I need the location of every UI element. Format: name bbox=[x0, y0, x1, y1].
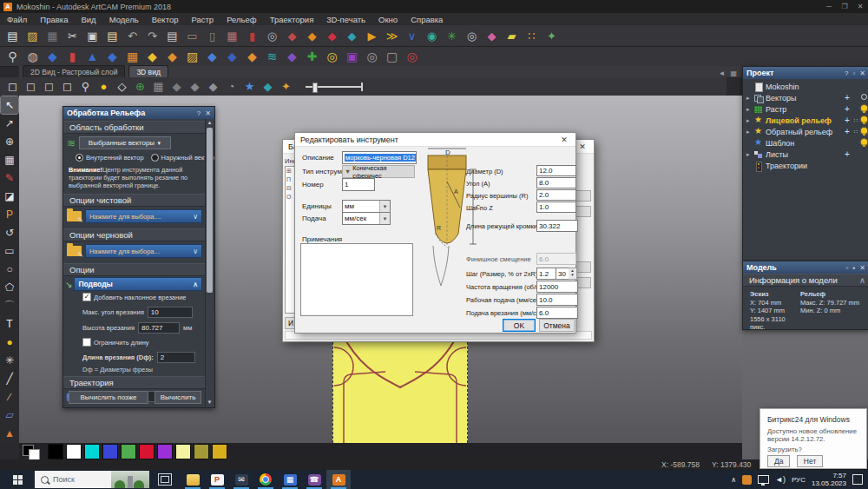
toolbar-icon[interactable]: ▲ bbox=[83, 49, 102, 65]
pin-icon[interactable]: ▫ bbox=[852, 69, 855, 77]
color-swatch[interactable] bbox=[121, 444, 136, 459]
points-icon[interactable]: ∷ bbox=[852, 117, 859, 124]
toolbar-icon[interactable]: ◎ bbox=[363, 49, 381, 65]
tool-icon[interactable]: ∕ bbox=[1, 388, 18, 406]
toolbar-icon[interactable]: ▤ bbox=[3, 28, 22, 44]
outer-vector-radio[interactable] bbox=[151, 154, 159, 162]
leads-header[interactable]: Подводы ∧ bbox=[74, 277, 202, 291]
toolbar-icon[interactable]: ↶ bbox=[123, 28, 141, 44]
menu-item[interactable]: Файл bbox=[7, 15, 27, 24]
tool-icon[interactable]: ▭ bbox=[1, 242, 18, 260]
add-icon[interactable]: + bbox=[844, 149, 851, 159]
project-tree-row[interactable]: ▸ Листы + ∷ bbox=[743, 149, 868, 160]
color-swatch[interactable] bbox=[139, 444, 155, 459]
search-input[interactable]: Поиск bbox=[35, 471, 149, 488]
project-tree-row[interactable]: ▸ Растр + ∷ bbox=[743, 103, 868, 115]
pin-icon[interactable]: ▪ bbox=[852, 264, 855, 272]
tray-chevron-icon[interactable]: ∧ bbox=[731, 476, 736, 484]
tool-param-input[interactable]: 12.0 bbox=[536, 165, 576, 176]
toolbar-icon[interactable]: ● bbox=[95, 78, 113, 95]
toolbar-icon[interactable]: ◻ bbox=[40, 78, 58, 95]
start-button[interactable] bbox=[0, 470, 35, 489]
tool-icon[interactable]: T bbox=[1, 315, 18, 333]
toolbar-icon[interactable]: ◆ bbox=[323, 28, 341, 44]
plunge-height-input[interactable]: 80.727 bbox=[138, 322, 180, 334]
tool-icon[interactable]: ↺ bbox=[1, 224, 18, 241]
vector-select-dropdown[interactable]: Выбранные векторы ▼ bbox=[79, 136, 171, 149]
bitrix-tray-icon[interactable] bbox=[742, 475, 752, 485]
toolbar-icon[interactable]: ⚲ bbox=[3, 49, 22, 65]
stepover-spinner[interactable]: ▲▼ bbox=[569, 268, 577, 280]
project-tree-row[interactable]: ▸ Шаблон + ∷ bbox=[743, 137, 868, 149]
menu-item[interactable]: Рельеф bbox=[227, 15, 256, 24]
tool-icon[interactable]: Ρ bbox=[1, 206, 18, 223]
menu-item[interactable]: Окно bbox=[378, 15, 398, 24]
close-icon[interactable]: ✕ bbox=[558, 135, 570, 144]
expander-icon[interactable]: ▸ bbox=[746, 151, 753, 158]
toolbar-icon[interactable]: ◆ bbox=[203, 49, 221, 65]
toolbar-icon[interactable]: ◆ bbox=[204, 78, 222, 95]
color-swatch[interactable] bbox=[84, 444, 100, 459]
toolbar-icon[interactable]: ▣ bbox=[83, 28, 102, 44]
toolbar-icon[interactable]: ▢ bbox=[383, 49, 401, 65]
visibility-bulb-icon[interactable] bbox=[861, 116, 867, 124]
toolbar-icon[interactable]: ▦ bbox=[223, 28, 241, 44]
notes-textarea[interactable] bbox=[300, 243, 413, 316]
volume-icon[interactable]: ◄) bbox=[775, 475, 786, 484]
toolbar-icon[interactable]: ★ bbox=[240, 78, 259, 95]
toolbar-icon[interactable]: ◎ bbox=[463, 28, 481, 44]
toolbar-icon[interactable]: ▣ bbox=[343, 49, 361, 65]
scroll-up-icon[interactable]: ▲ bbox=[206, 119, 214, 127]
toolbar-icon[interactable]: ◆ bbox=[223, 49, 241, 65]
tool-icon[interactable]: ▲ bbox=[1, 425, 18, 442]
toolbar-icon[interactable]: ◎ bbox=[323, 49, 341, 65]
close-icon[interactable]: ✕ bbox=[859, 69, 865, 77]
menu-item[interactable]: Модель bbox=[109, 15, 139, 24]
no-button[interactable]: Нет bbox=[797, 455, 823, 467]
feedrate-input[interactable]: 10.0 bbox=[536, 294, 578, 306]
menu-item[interactable]: Вектор bbox=[152, 15, 179, 24]
close-icon[interactable]: ✕ bbox=[576, 142, 589, 151]
toolbar-icon[interactable]: ↷ bbox=[143, 28, 161, 44]
color-swatch[interactable] bbox=[212, 444, 227, 459]
ramp-checkbox[interactable]: ✓ bbox=[82, 293, 91, 301]
menu-item[interactable]: Траектория bbox=[270, 15, 314, 24]
close-icon[interactable]: ✕ bbox=[852, 3, 868, 10]
expander-icon[interactable]: ▸ bbox=[746, 106, 753, 113]
toolbar-icon[interactable]: ◻ bbox=[22, 78, 40, 95]
panel-scrollbar[interactable]: ▲ ▼ bbox=[205, 119, 214, 406]
toolbar-icon[interactable]: ▨ bbox=[23, 28, 42, 44]
expander-icon[interactable]: ▸ bbox=[746, 129, 753, 135]
project-tree-row[interactable]: ▸ Обратный рельеф + ∷ bbox=[743, 126, 868, 137]
toolbar-icon[interactable]: ◆ bbox=[259, 78, 277, 95]
toolbar-icon[interactable]: ▮ bbox=[243, 28, 261, 44]
toolbar-icon[interactable]: ◆ bbox=[283, 28, 301, 44]
tab-2d-view[interactable]: 2D Вид - Растровый слой bbox=[23, 65, 125, 77]
limit-length-checkbox[interactable] bbox=[82, 338, 91, 347]
color-swatch[interactable] bbox=[175, 444, 191, 459]
panel-collapse-icon[interactable]: ◄ bbox=[719, 69, 726, 77]
project-tree-row[interactable]: ▸ Лицевой рельеф + ∷ bbox=[743, 115, 868, 126]
tool-icon[interactable]: ✳ bbox=[1, 352, 18, 369]
taskbar-app[interactable] bbox=[253, 470, 278, 489]
ok-button[interactable]: OK bbox=[503, 319, 536, 332]
tolerance-slider[interactable] bbox=[306, 86, 361, 88]
toolbar-icon[interactable]: ◆ bbox=[243, 49, 261, 65]
visibility-bulb-icon[interactable] bbox=[861, 139, 867, 147]
doc-icon[interactable]: ▫ bbox=[846, 264, 849, 272]
panel-dock-icon[interactable]: ▦ bbox=[730, 69, 737, 77]
tool-icon[interactable]: ◪ bbox=[1, 188, 18, 205]
scroll-down-icon[interactable]: ▼ bbox=[206, 399, 214, 406]
toolbar-icon[interactable]: ◆ bbox=[483, 28, 501, 44]
toolbar-icon[interactable]: ✦ bbox=[542, 28, 561, 44]
tool-icon[interactable]: ▦ bbox=[1, 151, 18, 169]
toolbar-icon[interactable]: ▯ bbox=[203, 28, 221, 44]
toolbar-icon[interactable]: ◆ bbox=[43, 49, 62, 65]
toolbar-icon[interactable]: ◆ bbox=[163, 49, 181, 65]
toolbar-icon[interactable]: ▤ bbox=[163, 28, 181, 44]
language-indicator[interactable]: РУС bbox=[792, 476, 806, 484]
units-dropdown[interactable]: мм▼ bbox=[342, 200, 391, 213]
taskbar-app[interactable]: ☎ bbox=[302, 470, 326, 489]
toolbar-icon[interactable]: ∨ bbox=[403, 28, 421, 44]
toolbar-icon[interactable]: ▨ bbox=[183, 49, 201, 65]
